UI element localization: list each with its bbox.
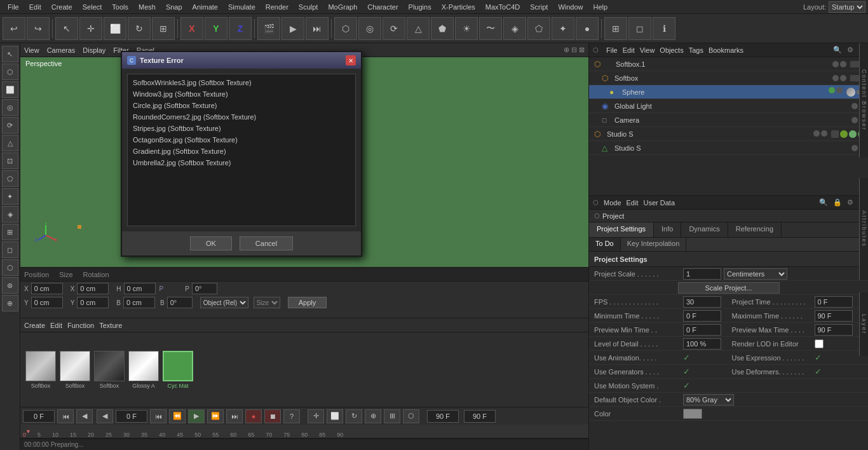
dialog-item-6: Gradient.jpg (Softbox Texture) xyxy=(130,146,353,157)
dialog-item-7: Umbrella2.jpg (Softbox Texture) xyxy=(130,157,353,168)
dialog-close-button[interactable]: ✕ xyxy=(346,55,356,65)
dialog-ok-button[interactable]: OK xyxy=(190,236,232,250)
dialog-buttons: OK Cancel xyxy=(122,231,361,256)
dialog-item-5: OctagonBox.jpg (Softbox Texture) xyxy=(130,134,353,146)
dialog-overlay: C Texture Error ✕ SofboxWrinkles3.jpg (S… xyxy=(0,0,868,450)
dialog-list: SofboxWrinkles3.jpg (Softbox Texture) Wi… xyxy=(127,74,356,226)
dialog-title-bar[interactable]: C Texture Error ✕ xyxy=(122,52,361,69)
dialog-item-4: Stripes.jpg (Softbox Texture) xyxy=(130,123,353,134)
dialog-icon-symbol: C xyxy=(130,57,134,64)
dialog-icon: C xyxy=(127,56,136,65)
dialog-title-text: Texture Error xyxy=(140,57,342,64)
dialog-item-0: SofboxWrinkles3.jpg (Softbox Texture) xyxy=(130,77,353,88)
dialog-item-3: RoundedCorners2.jpg (Softbox Texture) xyxy=(130,111,353,123)
dialog-item-1: Window3.jpg (Softbox Texture) xyxy=(130,88,353,100)
dialog-content: SofboxWrinkles3.jpg (Softbox Texture) Wi… xyxy=(122,69,361,231)
dialog-item-2: Circle.jpg (Softbox Texture) xyxy=(130,100,353,111)
texture-error-dialog: C Texture Error ✕ SofboxWrinkles3.jpg (S… xyxy=(121,51,362,257)
dialog-cancel-button[interactable]: Cancel xyxy=(240,236,293,250)
